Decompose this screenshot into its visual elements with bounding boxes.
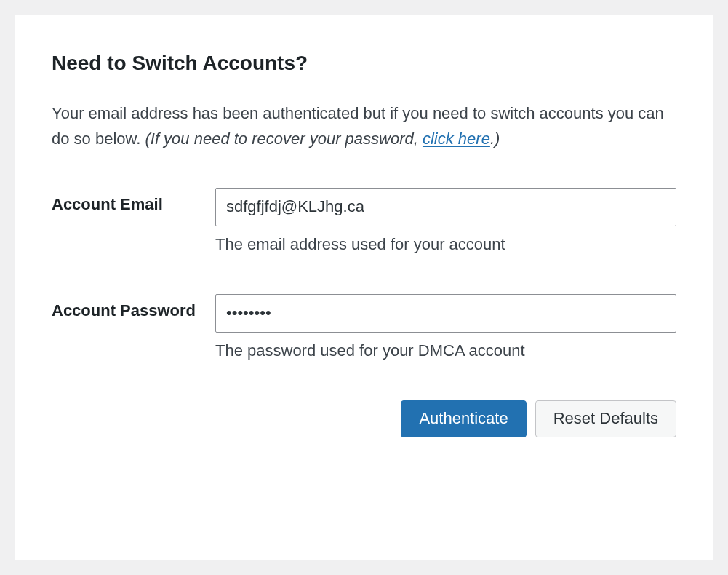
panel-title: Need to Switch Accounts?: [52, 52, 676, 75]
authenticate-button[interactable]: Authenticate: [401, 400, 526, 437]
reset-defaults-button[interactable]: Reset Defaults: [535, 400, 676, 437]
password-help: The password used for your DMCA account: [215, 341, 676, 360]
password-field-wrapper: The password used for your DMCA account: [215, 294, 676, 360]
panel-description: Your email address has been authenticate…: [52, 100, 676, 151]
password-label: Account Password: [52, 294, 215, 320]
description-italic: (If you need to recover your password, c…: [145, 130, 500, 148]
form-table: Account Email The email address used for…: [52, 188, 676, 360]
description-italic-suffix: .): [490, 130, 500, 148]
email-field-wrapper: The email address used for your account: [215, 188, 676, 254]
description-italic-prefix: (If you need to recover your password,: [145, 130, 423, 148]
button-row: Authenticate Reset Defaults: [52, 400, 676, 437]
switch-accounts-panel: Need to Switch Accounts? Your email addr…: [15, 15, 713, 560]
email-input[interactable]: [215, 188, 676, 226]
email-row: Account Email The email address used for…: [52, 188, 676, 254]
email-help: The email address used for your account: [215, 235, 676, 254]
password-row: Account Password The password used for y…: [52, 294, 676, 360]
email-label: Account Email: [52, 188, 215, 214]
password-input[interactable]: [215, 294, 676, 333]
recover-password-link[interactable]: click here: [423, 130, 490, 148]
